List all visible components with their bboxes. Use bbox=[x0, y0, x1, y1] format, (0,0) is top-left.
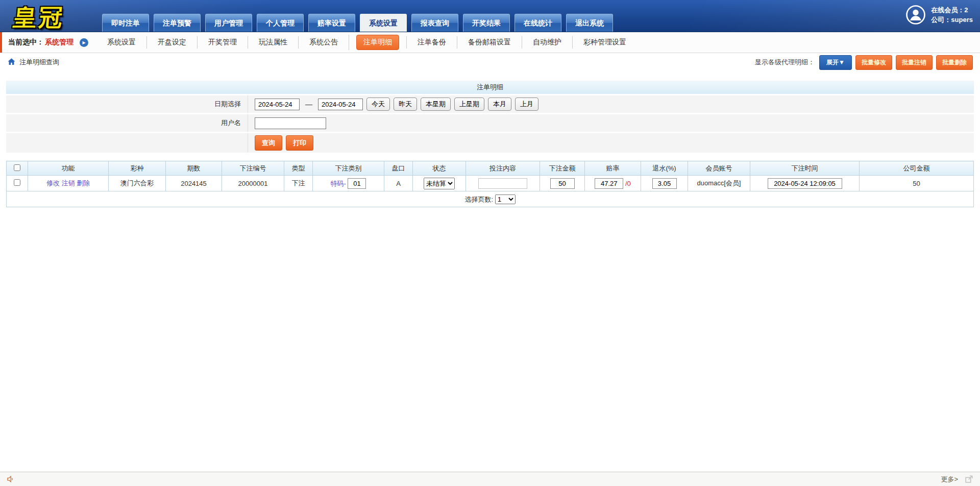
main-nav-tabs: 即时注单 注单预警 用户管理 个人管理 赔率设置 系统设置 报表查询 开奖结果 … bbox=[102, 14, 613, 32]
batch-modify-button[interactable]: 批量修改 bbox=[855, 55, 892, 70]
cell-bet-amount bbox=[540, 176, 585, 191]
tab-report-query[interactable]: 报表查询 bbox=[411, 14, 458, 32]
col-lottery: 彩种 bbox=[109, 161, 166, 176]
user-info: 在线会员：2 公司：supers bbox=[905, 5, 973, 25]
panel-title: 注单明细 bbox=[6, 81, 974, 94]
tab-odds-settings[interactable]: 赔率设置 bbox=[308, 14, 355, 32]
tab-instant-bets[interactable]: 即时注单 bbox=[102, 14, 149, 32]
status-select[interactable]: 未结算 bbox=[424, 178, 455, 189]
cell-bet-content bbox=[466, 176, 540, 191]
subnav-play-attributes[interactable]: 玩法属性 bbox=[248, 36, 298, 48]
col-actions: 功能 bbox=[28, 161, 109, 176]
cancel-link[interactable]: 注销 bbox=[62, 179, 75, 187]
breadcrumb-actions: 显示各级代理明细： 展开▼ 批量修改 批量注销 批量删除 bbox=[755, 55, 973, 70]
batch-delete-button[interactable]: 批量删除 bbox=[936, 55, 973, 70]
subnav-system-settings[interactable]: 系统设置 bbox=[96, 36, 146, 48]
cell-status: 未结算 bbox=[413, 176, 466, 191]
bet-time-input[interactable] bbox=[768, 178, 842, 189]
speaker-icon[interactable] bbox=[6, 475, 15, 483]
bet-amount-input[interactable] bbox=[550, 178, 575, 189]
odds-input[interactable] bbox=[595, 178, 623, 189]
cell-handicap: A bbox=[384, 176, 413, 191]
today-button[interactable]: 今天 bbox=[366, 98, 390, 111]
col-member-account: 会员账号 bbox=[688, 161, 750, 176]
cell-period: 2024145 bbox=[166, 176, 222, 191]
tab-lottery-results[interactable]: 开奖结果 bbox=[463, 14, 510, 32]
subnav-bet-details-pill[interactable]: 注单明细 bbox=[356, 35, 399, 50]
tab-personal-management[interactable]: 个人管理 bbox=[257, 14, 304, 32]
more-link[interactable]: 更多> bbox=[941, 475, 958, 484]
tab-logout[interactable]: 退出系统 bbox=[566, 14, 613, 32]
date-to-input[interactable] bbox=[318, 99, 363, 110]
print-button[interactable]: 打印 bbox=[286, 135, 313, 151]
external-link-icon[interactable] bbox=[964, 474, 974, 484]
top-header: 皇冠 即时注单 注单预警 用户管理 个人管理 赔率设置 系统设置 报表查询 开奖… bbox=[0, 0, 980, 32]
select-all-checkbox[interactable] bbox=[14, 164, 20, 171]
tab-bet-warning[interactable]: 注单预警 bbox=[154, 14, 201, 32]
bet-category-label: 特码- bbox=[331, 180, 346, 187]
last-week-button[interactable]: 上星期 bbox=[454, 98, 484, 111]
home-icon bbox=[7, 57, 16, 68]
username-input[interactable] bbox=[255, 117, 326, 129]
subnav-system-announcement[interactable]: 系统公告 bbox=[298, 36, 349, 48]
cell-rebate bbox=[641, 176, 688, 191]
rebate-input[interactable] bbox=[652, 178, 677, 189]
col-handicap: 盘口 bbox=[384, 161, 413, 176]
cell-bet-time bbox=[750, 176, 860, 191]
col-status: 状态 bbox=[413, 161, 466, 176]
this-month-button[interactable]: 本月 bbox=[488, 98, 511, 111]
col-odds: 赔率 bbox=[585, 161, 641, 176]
col-bet-amount: 下注金额 bbox=[540, 161, 585, 176]
tab-system-settings[interactable]: 系统设置 bbox=[360, 14, 407, 32]
tab-online-stats[interactable]: 在线统计 bbox=[514, 14, 561, 32]
subnav-market-setting[interactable]: 开盘设定 bbox=[146, 36, 197, 48]
date-from-input[interactable] bbox=[255, 99, 300, 110]
subnav-bet-details[interactable]: 注单明细 bbox=[349, 35, 406, 50]
col-bet-content: 投注内容 bbox=[466, 161, 540, 176]
footer-bar: 更多> bbox=[0, 472, 980, 486]
user-avatar-icon bbox=[905, 5, 926, 25]
filter-panel: 注单明细 日期选择 — 今天 昨天 本星期 上星期 本月 上月 用户名 bbox=[6, 81, 974, 153]
table-header-row: 功能 彩种 期数 下注编号 类型 下注类别 盘口 状态 投注内容 下注金额 赔率… bbox=[7, 161, 974, 176]
date-select-label: 日期选择 bbox=[6, 95, 248, 113]
subnav-lottery-management-settings[interactable]: 彩种管理设置 bbox=[572, 36, 637, 48]
date-range-separator: — bbox=[305, 100, 312, 108]
bet-content-input[interactable] bbox=[478, 178, 527, 189]
crown-logo: 皇冠 bbox=[12, 2, 66, 34]
last-month-button[interactable]: 上月 bbox=[515, 98, 538, 111]
batch-cancel-button[interactable]: 批量注销 bbox=[896, 55, 933, 70]
subnav-bet-backup[interactable]: 注单备份 bbox=[406, 36, 457, 48]
bets-table: 功能 彩种 期数 下注编号 类型 下注类别 盘口 状态 投注内容 下注金额 赔率… bbox=[6, 161, 974, 207]
date-filter-row: 日期选择 — 今天 昨天 本星期 上星期 本月 上月 bbox=[6, 95, 974, 113]
search-button[interactable]: 查询 bbox=[255, 135, 282, 151]
left-accent-bar bbox=[0, 32, 2, 53]
tab-user-management[interactable]: 用户管理 bbox=[205, 14, 252, 32]
cell-bet-no: 20000001 bbox=[222, 176, 284, 191]
secondary-nav: 当前选中： 系统管理 ▶ 系统设置 开盘设定 开奖管理 玩法属性 系统公告 注单… bbox=[0, 32, 980, 53]
online-members-label: 在线会员：2 bbox=[931, 5, 973, 15]
subnav-draw-management[interactable]: 开奖管理 bbox=[197, 36, 248, 48]
this-week-button[interactable]: 本星期 bbox=[421, 98, 451, 111]
cell-bet-category: 特码- bbox=[313, 176, 384, 191]
subnav-items: 系统设置 开盘设定 开奖管理 玩法属性 系统公告 注单明细 注单备份 备份邮箱设… bbox=[96, 35, 637, 50]
expand-button[interactable]: 展开▼ bbox=[819, 55, 852, 70]
delete-link[interactable]: 删除 bbox=[77, 179, 90, 187]
col-period: 期数 bbox=[166, 161, 222, 176]
col-type: 类型 bbox=[284, 161, 313, 176]
yesterday-button[interactable]: 昨天 bbox=[394, 98, 417, 111]
subnav-backup-email-settings[interactable]: 备份邮箱设置 bbox=[457, 36, 522, 48]
subnav-auto-maintenance[interactable]: 自动维护 bbox=[522, 36, 572, 48]
row-checkbox[interactable] bbox=[14, 179, 20, 186]
page-select[interactable]: 1 bbox=[495, 195, 516, 204]
pagination-row: 选择页数: 1 bbox=[7, 191, 974, 207]
breadcrumb-row: 注单明细查询 显示各级代理明细： 展开▼ 批量修改 批量注销 批量删除 bbox=[0, 53, 980, 71]
username-filter-row: 用户名 bbox=[6, 114, 974, 132]
modify-link[interactable]: 修改 bbox=[46, 179, 60, 187]
current-module-label: 系统管理 bbox=[45, 38, 74, 47]
cell-company-amount: 50 bbox=[860, 176, 974, 191]
filter-actions-row: 查询 打印 bbox=[6, 133, 974, 153]
username-label: 用户名 bbox=[6, 114, 248, 132]
current-selected-label: 当前选中： bbox=[8, 38, 44, 47]
table-row: 修改 注销 删除 澳门六合彩 2024145 20000001 下注 特码- A… bbox=[7, 176, 974, 191]
bet-category-input[interactable] bbox=[348, 178, 366, 189]
